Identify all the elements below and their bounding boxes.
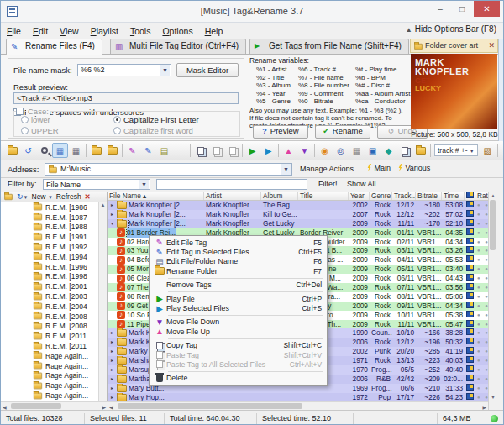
toolbar-play-selected-button[interactable]: ▶	[260, 143, 276, 158]
list-vertical-scrollbar[interactable]: ▲ ▼	[488, 192, 496, 410]
expand-arrow-icon[interactable]: ▸	[109, 356, 115, 365]
case-checkbox[interactable]	[16, 108, 24, 115]
column-header-artist[interactable]: Artist	[204, 192, 261, 200]
toolbar-paste-tag-button[interactable]	[208, 143, 224, 158]
tree-item[interactable]: Rage Again...	[1, 391, 99, 401]
column-header-title[interactable]: Title	[298, 192, 349, 200]
expand-arrow-icon[interactable]: ▸	[109, 384, 115, 393]
toolbar-play-file-button[interactable]: ▶	[244, 143, 260, 158]
action-various-button[interactable]: Various	[397, 163, 430, 172]
toolbar-auto-fix-button[interactable]: ◆	[381, 143, 396, 158]
file-name-cell[interactable]: ▾Mark Knopfler [2...	[108, 219, 204, 228]
filter-button[interactable]: Filter!	[318, 180, 338, 188]
menu-item-play-file[interactable]: ▶Play FileCtrl+P	[150, 294, 327, 303]
expand-arrow-icon[interactable]: ▸	[109, 328, 115, 338]
new-button[interactable]: New ▼	[32, 192, 53, 201]
expand-arrow-icon[interactable]: ▸	[109, 393, 115, 402]
file-name-cell[interactable]: ▸Mark Knopfler [2...	[108, 210, 204, 219]
toolbar-grid-view-button[interactable]: ▦	[68, 143, 84, 158]
column-header-genre[interactable]: Genre	[370, 192, 392, 200]
close-pane-icon[interactable]: ✕	[85, 192, 91, 201]
tree-item[interactable]: R.E.M. [1998	[1, 272, 99, 282]
menu-edit[interactable]: Edit	[27, 24, 54, 38]
filter-text-input[interactable]	[156, 179, 307, 190]
album-row[interactable]: ▾Mark Knopfler [2...Mark KnopflerGet Luc…	[108, 219, 496, 228]
chevron-down-icon[interactable]: ▼	[139, 180, 149, 189]
tab-multi-file-tag-editor[interactable]: ▥ Multi File Tag Editor (Ctrl+F4)	[110, 39, 246, 54]
file-name-cell[interactable]: ▸Mark Knopfler [2...	[108, 201, 204, 210]
tree-item[interactable]: R.E.M. [2011	[1, 341, 99, 351]
toolbar-folder-actions-button[interactable]	[412, 143, 428, 158]
expand-arrow-icon[interactable]: ▸	[109, 338, 115, 347]
toolbar-rename-folder-button[interactable]	[172, 143, 188, 158]
toolbar-print-button[interactable]: ▦	[349, 143, 365, 158]
tree-item[interactable]: R.E.M. [2008	[1, 322, 99, 332]
toolbar-paste-tag-all-button[interactable]	[224, 143, 240, 158]
expand-arrow-icon[interactable]: ▸	[109, 375, 115, 384]
toolbar-search-button[interactable]	[36, 143, 52, 158]
hide-options-bar-button[interactable]: ▲Hide Options Bar (F8)	[406, 24, 496, 34]
toolbar-folder-new-button[interactable]	[104, 143, 120, 158]
menu-item-rename-folder[interactable]: Rename FolderF7	[150, 266, 327, 275]
show-all-button[interactable]: Show All	[347, 180, 376, 188]
tab-get-tags-from-file-name[interactable]: ▶ Get Tags from File Name (Shift+F4)	[249, 39, 409, 54]
column-header-year[interactable]: Year	[349, 192, 370, 200]
toolbar-move-up-button[interactable]: ▲	[281, 143, 297, 158]
column-header-time[interactable]: Time	[442, 192, 465, 200]
tree-item[interactable]: Rage Again...	[1, 380, 99, 391]
toolbar-edit-tag-button[interactable]: ✎	[124, 143, 140, 158]
close-button[interactable]: ✕	[474, 1, 500, 17]
menu-view[interactable]: View	[54, 24, 85, 38]
menu-item-edit-tag-in-selected-files[interactable]: ✎Edit Tag in Selected FilesCtrl+F5	[150, 247, 327, 256]
tree-item[interactable]: R.E.M. [1991	[1, 232, 99, 242]
mask-editor-button[interactable]: Mask Editor	[176, 63, 239, 77]
toolbar-tag-fields-button[interactable]: ▧	[480, 143, 496, 158]
menu-item-copy-tag[interactable]: Copy TagShift+Ctrl+C	[150, 341, 327, 350]
list-horizontal-scrollbar[interactable]: ◀ ▶	[108, 401, 488, 410]
tree-item[interactable]: R.E.M. [1986	[1, 202, 99, 212]
menu-help[interactable]: Help	[199, 24, 229, 38]
case-capitalize-first-letter-radio[interactable]	[113, 116, 121, 123]
case-lower-radio[interactable]	[21, 116, 29, 123]
collapsed-panel-strip[interactable]	[498, 39, 503, 141]
tree-item[interactable]: R.E.M. [2008	[1, 312, 99, 322]
toolbar-copy-structure-button[interactable]	[396, 143, 412, 158]
action-main-button[interactable]: Main	[366, 163, 391, 172]
expand-arrow-icon[interactable]: ▸	[109, 201, 115, 210]
menu-item-move-file-down[interactable]: ▼Move File Down	[150, 317, 327, 327]
album-row[interactable]: ▸Mark Knopfler [2...Mark KnopflerKill to…	[108, 210, 496, 219]
chevron-down-icon[interactable]: ▼	[470, 149, 475, 154]
toolbar-id3-converter-button[interactable]: ◉	[317, 143, 333, 158]
toolbar-online-search-button[interactable]: ●	[500, 143, 504, 158]
tree-item[interactable]: Rage Again...	[1, 371, 99, 381]
menu-playlist[interactable]: Playlist	[85, 24, 124, 38]
column-header-picture[interactable]	[465, 192, 475, 200]
manage-actions-button[interactable]: Manage Actions...	[300, 165, 360, 173]
toolbar-open-folder-button[interactable]	[4, 143, 20, 158]
tree-item[interactable]: R.E.M. [2011	[1, 331, 99, 341]
file-name-mask-combo[interactable]: %6 %2▼	[77, 64, 171, 76]
refresh-button[interactable]: Refresh	[56, 192, 81, 201]
toolbar-folder-up-button[interactable]	[88, 143, 104, 158]
tree-item[interactable]: Rage Again...	[1, 351, 99, 361]
tree-item[interactable]: R.E.M. [1988	[1, 223, 99, 233]
column-header-bitrate[interactable]: Bitrate	[416, 192, 442, 200]
new-folder-icon[interactable]	[4, 193, 13, 199]
file-name-cell[interactable]: ▸Mary Hop...	[108, 393, 204, 402]
tree-item[interactable]: R.E.M. [1994	[1, 252, 99, 262]
menu-item-play-selected-files[interactable]: ▶Play Selected FilesCtrl+S	[150, 303, 327, 312]
tree-item[interactable]: R.E.M. [2003	[1, 291, 99, 302]
album-row[interactable]: ▸Mary Hop...1972Pop17/17~22654:23● ● ●	[108, 393, 496, 402]
track-number-combo[interactable]: track # +-▼	[434, 144, 478, 156]
toolbar-edit-tag-multi-button[interactable]: ✎	[140, 143, 156, 158]
filter-field-combo[interactable]: File Name▼	[43, 179, 150, 190]
close-cover-panel-icon[interactable]: ✕	[488, 41, 495, 50]
tree-item[interactable]: R.E.M. [1996	[1, 262, 99, 272]
menu-item-move-file-up[interactable]: ▲Move File Up	[150, 327, 327, 336]
tree-item[interactable]: R.E.M. [2001	[1, 281, 99, 291]
toolbar-options-panel-button[interactable]: ▦	[52, 143, 68, 158]
tree-horizontal-scrollbar[interactable]: ◀ ▶	[1, 401, 108, 410]
toolbar-copy-tag-button[interactable]	[192, 143, 208, 158]
tab-rename-files[interactable]: ✎ Rename Files (F4)	[6, 39, 102, 55]
menu-tools[interactable]: Tools	[124, 24, 157, 38]
